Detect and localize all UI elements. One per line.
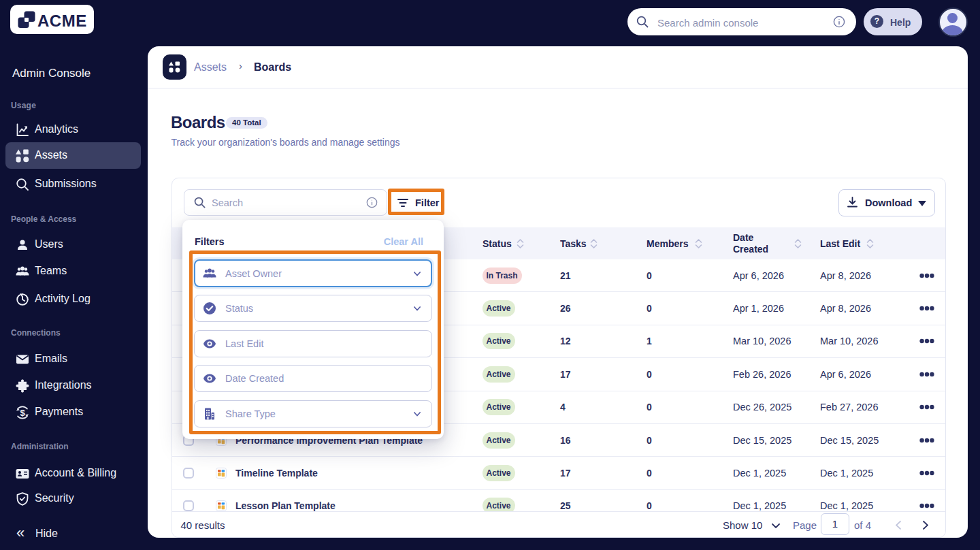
svg-text:$: $ [20, 408, 25, 418]
